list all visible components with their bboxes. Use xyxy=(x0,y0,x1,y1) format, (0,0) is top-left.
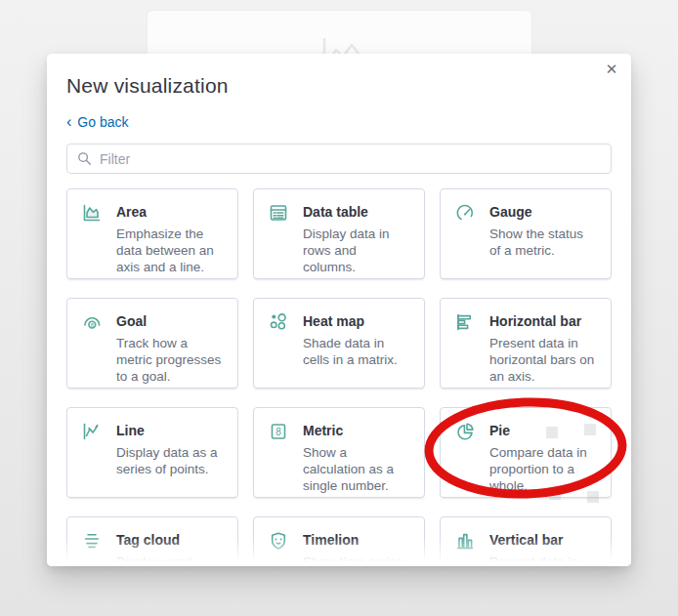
goal-icon: 8 xyxy=(81,311,103,333)
vis-card-title: Vertical bar xyxy=(489,532,597,548)
vis-card-title: Timelion xyxy=(303,532,410,548)
filter-input[interactable] xyxy=(100,151,601,167)
vertical-bar-icon xyxy=(454,530,476,552)
vis-card-pie[interactable]: Pie Compare data in proportion to a whol… xyxy=(440,407,612,498)
vis-card-description: Display word frequency with font size. xyxy=(116,554,224,566)
chevron-left-icon: ‹ xyxy=(66,115,71,129)
pie-icon xyxy=(454,421,476,442)
vis-card-gauge[interactable]: Gauge Show the status of a metric. xyxy=(440,188,612,279)
area-icon xyxy=(81,202,103,224)
vis-card-timelion[interactable]: Timelion Show time series data on a grap… xyxy=(253,516,425,566)
svg-text:8: 8 xyxy=(275,427,281,437)
vis-card-area[interactable]: Area Emphasize the data between an axis … xyxy=(66,188,238,279)
vis-card-description: Shade data in cells in a matrix. xyxy=(303,335,410,368)
vis-card-tag-cloud[interactable]: Tag cloud Display word frequency with fo… xyxy=(66,516,238,566)
vis-card-metric[interactable]: 8 Metric Show a calculation as a single … xyxy=(253,407,425,498)
vis-card-title: Heat map xyxy=(303,313,410,329)
annotation-artifact xyxy=(549,488,561,500)
search-icon xyxy=(77,151,92,166)
annotation-artifact xyxy=(584,424,596,435)
vis-card-vertical-bar[interactable]: Vertical bar Present data in vertical ba… xyxy=(440,516,612,566)
vis-card-description: Display data in rows and columns. xyxy=(303,226,410,275)
line-icon xyxy=(81,421,103,442)
vis-card-title: Goal xyxy=(116,313,224,329)
vis-card-title: Gauge xyxy=(489,204,597,220)
tag-cloud-icon xyxy=(81,530,103,552)
vis-card-description: Track how a metric progresses to a goal. xyxy=(116,335,224,385)
data-table-icon xyxy=(268,202,289,224)
go-back-link[interactable]: ‹ Go back xyxy=(66,114,128,130)
filter-search-box xyxy=(66,144,612,174)
vis-card-line[interactable]: Line Display data as a series of points. xyxy=(66,407,238,498)
vis-card-title: Area xyxy=(116,204,224,220)
metric-icon: 8 xyxy=(268,421,289,442)
vis-card-description: Compare data in proportion to a whole. xyxy=(489,444,597,494)
vis-card-title: Horizontal bar xyxy=(489,313,597,329)
vis-card-description: Display data as a series of points. xyxy=(116,444,224,477)
vis-card-description: Emphasize the data between an axis and a… xyxy=(116,226,224,275)
visualization-grid: Area Emphasize the data between an axis … xyxy=(66,188,612,566)
horizontal-bar-icon xyxy=(454,311,476,333)
go-back-label: Go back xyxy=(77,114,128,130)
vis-card-horizontal-bar[interactable]: Horizontal bar Present data in horizonta… xyxy=(440,298,612,389)
annotation-artifact xyxy=(546,427,558,438)
gauge-icon xyxy=(454,202,476,224)
vis-card-heat-map[interactable]: Heat map Shade data in cells in a matrix… xyxy=(253,298,425,389)
vis-card-description: Present data in vertical bars on an axis… xyxy=(489,554,597,566)
annotation-artifact xyxy=(587,491,599,503)
page-title: New visualization xyxy=(66,74,612,98)
vis-card-title: Tag cloud xyxy=(116,532,224,548)
close-icon[interactable]: ✕ xyxy=(601,59,622,80)
vis-card-title: Line xyxy=(116,423,224,438)
new-visualization-modal: ✕ New visualization ‹ Go back Area Empha… xyxy=(47,54,631,566)
vis-card-title: Pie xyxy=(489,423,597,438)
vis-card-description: Show the status of a metric. xyxy=(489,226,597,259)
vis-card-description: Show time series data on a graph. xyxy=(303,554,410,566)
vis-card-data-table[interactable]: Data table Display data in rows and colu… xyxy=(253,188,425,279)
vis-card-title: Data table xyxy=(303,204,410,220)
vis-card-goal[interactable]: 8 Goal Track how a metric progresses to … xyxy=(66,298,238,389)
timelion-icon xyxy=(268,530,289,552)
vis-card-description: Show a calculation as a single number. xyxy=(303,444,410,494)
vis-card-title: Metric xyxy=(303,423,410,438)
heat-map-icon xyxy=(268,311,289,333)
vis-card-description: Present data in horizontal bars on an ax… xyxy=(489,335,597,385)
